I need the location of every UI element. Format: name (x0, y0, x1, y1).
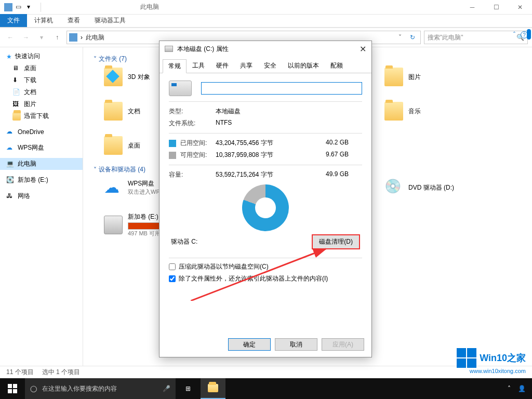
fs-value: NTFS (216, 119, 362, 128)
used-gb: 40.2 GB (326, 139, 362, 148)
sidebar-label: WPS网盘 (18, 143, 44, 152)
type-value: 本地磁盘 (216, 107, 362, 116)
sidebar-newvol[interactable]: 💽新加卷 (E:) (0, 174, 83, 186)
picture-icon: 🖼 (12, 100, 21, 109)
ok-button[interactable]: 确定 (228, 338, 271, 351)
usage-donut (242, 184, 289, 231)
sidebar-item-downloads[interactable]: ⬇下载 (0, 74, 83, 86)
folder-music[interactable]: 音乐 (384, 102, 499, 121)
sidebar-label: 新加卷 (E:) (18, 176, 48, 184)
sidebar-quick-access[interactable]: ★快速访问 (0, 50, 83, 62)
desktop-icon: 🖥 (12, 64, 21, 73)
back-button[interactable]: ← (4, 31, 17, 44)
item-label: 桌面 (128, 141, 140, 150)
sidebar-item-desktop[interactable]: 🖥桌面 (0, 62, 83, 74)
tab-view[interactable]: 查看 (60, 14, 87, 27)
recent-dropdown[interactable]: ▾ (35, 31, 48, 44)
minimize-button[interactable]: ─ (460, 0, 484, 15)
document-icon: 📄 (12, 88, 21, 97)
item-label: WPS网盘 (128, 179, 164, 188)
refresh-icon[interactable]: ↻ (407, 34, 418, 41)
sidebar-item-pictures[interactable]: 🖼图片 (0, 98, 83, 110)
drive-icon (165, 46, 173, 52)
sidebar-thispc[interactable]: 💻此电脑 (0, 158, 83, 170)
taskbar-search[interactable]: ◯ 在这里输入你要搜索的内容 🎤 (25, 378, 176, 399)
window-titlebar: ▭ ▾ 管理 此电脑 ─ ☐ ✕ (0, 0, 532, 15)
close-button[interactable]: ✕ (508, 0, 532, 15)
window-title: 此电脑 (140, 3, 159, 11)
folder-icon (104, 102, 123, 121)
drive-name-input[interactable] (201, 82, 362, 95)
qat-dropdown-icon[interactable]: ▾ (27, 3, 35, 11)
item-label: 3D 对象 (128, 73, 150, 82)
cancel-button[interactable]: 取消 (275, 338, 317, 351)
star-icon: ★ (6, 53, 12, 60)
tab-hardware[interactable]: 硬件 (210, 59, 234, 73)
folder-pictures[interactable]: 图片 (384, 68, 499, 86)
compress-checkbox[interactable] (169, 263, 176, 270)
forward-button[interactable]: → (20, 31, 32, 44)
system-tray[interactable]: ˄ 👤 (508, 385, 532, 392)
windows-logo-icon (457, 348, 476, 368)
sidebar-onedrive[interactable]: ☁OneDrive (0, 126, 83, 138)
watermark-url: www.win10xitong.com (457, 368, 526, 374)
up-button[interactable]: ↑ (51, 31, 63, 44)
qat-properties-icon[interactable]: ▭ (16, 3, 24, 11)
cloud-icon: ☁ (104, 178, 123, 197)
used-bytes: 43,204,755,456 字节 (216, 139, 326, 148)
compress-label: 压缩此驱动器以节约磁盘空间(C) (179, 262, 269, 271)
tab-file[interactable]: 文件 (0, 14, 27, 27)
breadcrumb[interactable]: 此电脑 (86, 33, 104, 42)
sidebar-label: 网络 (18, 192, 30, 201)
status-bar: 11 个项目 选中 1 个项目 (0, 366, 532, 378)
people-icon[interactable]: 👤 (518, 385, 526, 392)
task-view-button[interactable]: ⊞ (176, 378, 201, 399)
tray-chevron-icon[interactable]: ˄ (508, 385, 511, 392)
tab-drive-tools[interactable]: 驱动器工具 (87, 14, 133, 27)
status-count: 11 个项目 (6, 368, 34, 377)
dialog-body: 类型: 本地磁盘 文件系统: NTFS 已用空间: 43,204,755,456… (159, 73, 371, 294)
location-icon (69, 33, 77, 42)
folder-icon (384, 102, 403, 121)
dialog-titlebar[interactable]: 本地磁盘 (C:) 属性 ✕ (159, 41, 371, 57)
watermark: Win10之家 www.win10xitong.com (457, 348, 526, 374)
item-label: 图片 (408, 73, 421, 82)
maximize-button[interactable]: ☐ (484, 0, 508, 15)
dialog-tabs: 常规 工具 硬件 共享 安全 以前的版本 配额 (159, 59, 371, 73)
search-input[interactable]: 搜索"此电脑" 🔍 (424, 31, 528, 44)
tab-computer[interactable]: 计算机 (27, 14, 60, 27)
sidebar-label: 图片 (24, 100, 36, 109)
tab-security[interactable]: 安全 (258, 59, 282, 73)
free-bytes: 10,387,959,808 字节 (216, 151, 326, 159)
disk-cleanup-button[interactable]: 磁盘清理(D) (312, 234, 360, 249)
index-checkbox[interactable] (169, 275, 176, 282)
sidebar-item-xunlei[interactable]: 迅雷下载 (0, 110, 83, 122)
scrollbar-indicator[interactable] (527, 29, 531, 39)
folder-icon (384, 68, 403, 86)
chevron-down-icon: ˅ (94, 166, 97, 174)
folder-icon (208, 384, 218, 392)
group-label: 文件夹 (7) (99, 55, 127, 63)
item-label: 文档 (128, 107, 140, 116)
free-swatch (169, 152, 176, 159)
ribbon-collapse-icon[interactable]: ˆ (513, 31, 515, 38)
search-placeholder: 搜索"此电脑" (428, 33, 463, 42)
sidebar-network[interactable]: 🖧网络 (0, 190, 83, 202)
used-swatch (169, 140, 176, 147)
sidebar-wps[interactable]: ☁WPS网盘 (0, 142, 83, 154)
taskbar-explorer[interactable] (201, 378, 225, 399)
mic-icon[interactable]: 🎤 (163, 385, 170, 392)
folder-icon (12, 112, 21, 121)
sidebar-label: 下载 (24, 76, 36, 85)
address-dropdown-icon[interactable]: ˅ (396, 34, 404, 41)
start-button[interactable] (0, 378, 25, 399)
tab-quota[interactable]: 配额 (325, 59, 349, 73)
apply-button[interactable]: 应用(A) (322, 338, 364, 351)
tab-sharing[interactable]: 共享 (234, 59, 258, 73)
tab-tools[interactable]: 工具 (187, 59, 210, 73)
dialog-close-button[interactable]: ✕ (360, 44, 366, 54)
tab-general[interactable]: 常规 (163, 59, 187, 73)
sidebar-item-documents[interactable]: 📄文档 (0, 86, 83, 98)
tab-previous-versions[interactable]: 以前的版本 (282, 59, 325, 73)
device-dvd[interactable]: 💿DVD 驱动器 (D:) (384, 178, 499, 197)
